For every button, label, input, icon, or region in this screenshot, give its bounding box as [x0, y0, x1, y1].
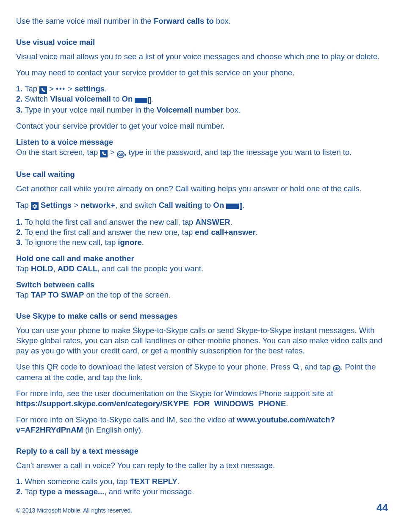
more-dots-icon: ••• — [56, 85, 66, 94]
subhead-switch-between-calls: Switch between calls — [16, 280, 388, 290]
search-icon — [293, 362, 300, 371]
skype-support-url[interactable]: https://support.skype.com/en/category/SK… — [16, 399, 286, 408]
visual-vm-desc: Visual voice mail allows you to see a li… — [16, 52, 388, 62]
phone-icon — [100, 150, 108, 157]
call-waiting-step-1: 1. To hold the first call and answer the… — [16, 217, 388, 227]
visual-vm-step-1: 1. Tap > ••• > settings. — [16, 84, 388, 94]
visual-vm-step-2: 2. Switch Visual voicemail to On . — [16, 94, 388, 105]
call-waiting-instr: Tap Settings > network+, and switch Call… — [16, 200, 388, 211]
visual-vm-contact-note: Contact your service provider to get you… — [16, 121, 388, 131]
section-title-visual-voicemail: Use visual voice mail — [16, 37, 388, 47]
visual-vm-note: You may need to contact your service pro… — [16, 68, 388, 78]
voicemail-icon — [117, 151, 125, 158]
page-footer: © 2013 Microsoft Mobile. All rights rese… — [16, 501, 388, 514]
svg-line-4 — [297, 368, 299, 369]
section-title-text-reply: Reply to a call by a text message — [16, 446, 388, 456]
call-waiting-step-2: 2. To end the first call and answer the … — [16, 227, 388, 237]
skype-desc: You can use your phone to make Skype-to-… — [16, 325, 388, 356]
text-reply-desc: Can't answer a call in voice? You can re… — [16, 460, 388, 471]
text-reply-step-1: 1. When someone calls you, tap TEXT REPL… — [16, 477, 388, 487]
text-reply-step-2: 2. Tap type a message..., and write your… — [16, 487, 388, 497]
vision-icon — [333, 365, 340, 372]
copyright-text: © 2013 Microsoft Mobile. All rights rese… — [16, 507, 132, 514]
call-waiting-desc: Get another call while you're already on… — [16, 184, 388, 194]
page-number: 44 — [376, 501, 388, 514]
section-title-call-waiting: Use call waiting — [16, 169, 388, 179]
settings-icon — [31, 202, 39, 210]
hold-make-another-instr: Tap HOLD, ADD CALL, and call the people … — [16, 264, 388, 274]
svg-point-5 — [336, 368, 338, 369]
skype-qr-instr: Use this QR code to download the latest … — [16, 362, 388, 383]
listen-voice-message-instr: On the start screen, tap > , type in the… — [16, 147, 388, 158]
svg-point-3 — [293, 364, 298, 369]
switch-between-calls-instr: Tap TAP TO SWAP on the top of the screen… — [16, 290, 388, 300]
section-title-skype: Use Skype to make calls or send messages — [16, 311, 388, 321]
phone-icon — [39, 86, 47, 94]
visual-vm-step-3: 3. Type in your voice mail number in the… — [16, 105, 388, 115]
subhead-listen-voice-message: Listen to a voice message — [16, 137, 388, 147]
toggle-on-icon — [135, 95, 151, 105]
intro-line: Use the same voice mail number in the Fo… — [16, 16, 388, 26]
toggle-on-icon — [226, 201, 242, 211]
skype-support-link: For more info, see the user documentatio… — [16, 389, 388, 409]
subhead-hold-make-another: Hold one call and make another — [16, 254, 388, 264]
skype-video-link: For more info on Skype-to-Skype calls an… — [16, 415, 388, 435]
call-waiting-step-3: 3. To ignore the new call, tap ignore. — [16, 237, 388, 248]
